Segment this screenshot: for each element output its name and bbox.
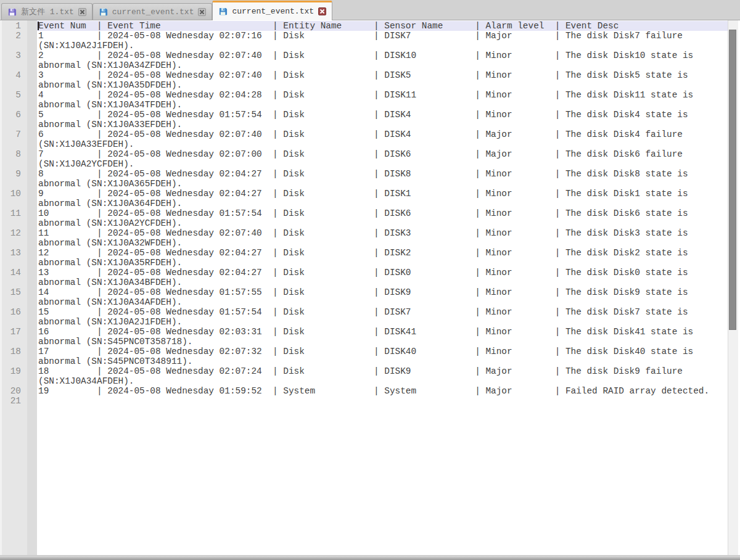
line-number[interactable]: 16	[2, 307, 21, 317]
code-line[interactable]: abnormal (SN:X1J0A32WFDEH).	[38, 238, 728, 248]
code-line[interactable]: 5 | 2024-05-08 Wednesday 01:57:54 | Disk…	[38, 110, 728, 120]
code-line[interactable]: 2 | 2024-05-08 Wednesday 02:07:40 | Disk…	[38, 51, 728, 60]
tab-close-button[interactable]	[78, 8, 86, 16]
line-number[interactable]	[2, 317, 21, 327]
code-line[interactable]: (SN:X1J0A2J1FDEH).	[38, 41, 728, 51]
line-number[interactable]: 1	[2, 21, 21, 31]
line-number[interactable]: 5	[2, 90, 21, 100]
line-number[interactable]	[2, 297, 21, 307]
line-number[interactable]: 4	[2, 70, 21, 80]
code-line[interactable]: abnormal (SN:S45PNC0T348911).	[38, 356, 728, 366]
editor-main: 123456789101112131415161718192021 Event …	[0, 20, 740, 555]
line-number[interactable]	[2, 60, 21, 70]
text-area[interactable]: Event Num | Event Time | Entity Name | S…	[37, 20, 728, 555]
code-line[interactable]: abnormal (SN:X1J0A2YCFDEH).	[38, 218, 728, 228]
line-number[interactable]: 21	[2, 396, 21, 406]
code-line[interactable]: abnormal (SN:X1J0A34TFDEH).	[38, 100, 728, 110]
line-number-gutter: 123456789101112131415161718192021	[0, 20, 27, 555]
code-line[interactable]: abnormal (SN:X1J0A364FDEH).	[38, 199, 728, 208]
tab-close-button[interactable]	[318, 7, 326, 15]
code-line[interactable]: (SN:X1J0A34AFDEH).	[38, 376, 728, 386]
code-line[interactable]: 8 | 2024-05-08 Wednesday 02:04:27 | Disk…	[38, 169, 728, 179]
line-number[interactable]	[2, 278, 21, 287]
tab-label: current_event.txt	[232, 7, 314, 16]
code-line[interactable]: abnormal (SN:S45PNC0T358718).	[38, 337, 728, 347]
line-number[interactable]: 14	[2, 268, 21, 278]
line-number[interactable]	[2, 376, 21, 386]
code-line[interactable]: 17 | 2024-05-08 Wednesday 02:07:32 | Dis…	[38, 347, 728, 356]
code-line[interactable]: 10 | 2024-05-08 Wednesday 01:57:54 | Dis…	[38, 208, 728, 218]
tab-new-file-1[interactable]: 新文件 1.txt	[1, 3, 92, 20]
code-line[interactable]: 11 | 2024-05-08 Wednesday 02:07:40 | Dis…	[38, 228, 728, 238]
line-number[interactable]: 18	[2, 347, 21, 356]
code-line[interactable]: abnormal (SN:X1J0A34BFDEH).	[38, 278, 728, 287]
code-line[interactable]: abnormal (SN:X1J0A33EFDEH).	[38, 120, 728, 130]
line-number[interactable]: 10	[2, 189, 21, 199]
code-line[interactable]: abnormal (SN:X1J0A35RFDEH).	[38, 258, 728, 268]
fold-margin	[27, 20, 37, 555]
code-line[interactable]: abnormal (SN:X1J0A365FDEH).	[38, 179, 728, 189]
line-number[interactable]	[2, 218, 21, 228]
saved-file-floppy-icon	[218, 7, 228, 16]
line-number[interactable]	[2, 337, 21, 347]
line-number[interactable]	[2, 199, 21, 208]
code-line[interactable]: 15 | 2024-05-08 Wednesday 01:57:54 | Dis…	[38, 307, 728, 317]
line-number[interactable]: 19	[2, 366, 21, 376]
code-line[interactable]: 13 | 2024-05-08 Wednesday 02:04:27 | Dis…	[38, 268, 728, 278]
line-number[interactable]: 6	[2, 110, 21, 120]
line-number[interactable]	[2, 356, 21, 366]
vertical-scrollbar[interactable]	[728, 20, 738, 555]
code-line[interactable]: 19 | 2024-05-08 Wednesday 01:59:52 | Sys…	[38, 386, 728, 396]
code-line[interactable]: 6 | 2024-05-08 Wednesday 02:07:40 | Disk…	[38, 130, 728, 139]
line-number[interactable]	[2, 179, 21, 189]
line-number[interactable]	[2, 159, 21, 169]
line-number[interactable]: 17	[2, 327, 21, 337]
code-line[interactable]: abnormal (SN:X1J0A34ZFDEH).	[38, 60, 728, 70]
line-number[interactable]: 8	[2, 149, 21, 159]
tab-current-event-1[interactable]: current_event.txt	[92, 3, 213, 20]
code-line[interactable]: 12 | 2024-05-08 Wednesday 02:04:27 | Dis…	[38, 248, 728, 258]
code-line[interactable]	[38, 396, 728, 406]
code-line[interactable]: 1 | 2024-05-08 Wednesday 02:07:16 | Disk…	[38, 31, 728, 41]
line-number[interactable]: 3	[2, 51, 21, 60]
code-line[interactable]: 3 | 2024-05-08 Wednesday 02:07:40 | Disk…	[38, 70, 728, 80]
line-number[interactable]	[2, 80, 21, 90]
code-line[interactable]: 4 | 2024-05-08 Wednesday 02:04:28 | Disk…	[38, 90, 728, 100]
line-number[interactable]	[2, 120, 21, 130]
line-number[interactable]	[2, 238, 21, 248]
line-number[interactable]: 13	[2, 248, 21, 258]
scrollbar-thumb[interactable]	[729, 30, 736, 330]
line-number[interactable]: 7	[2, 130, 21, 139]
tab-label: 新文件 1.txt	[21, 6, 74, 17]
code-line[interactable]: (SN:X1J0A2YCFDEH).	[38, 159, 728, 169]
line-number[interactable]: 12	[2, 228, 21, 238]
window-bottom-edge	[0, 555, 740, 560]
line-number[interactable]	[2, 100, 21, 110]
code-line[interactable]: abnormal (SN:X1J0A34AFDEH).	[38, 297, 728, 307]
code-line[interactable]: 9 | 2024-05-08 Wednesday 02:04:27 | Disk…	[38, 189, 728, 199]
code-line[interactable]: abnormal (SN:X1J0A2J1FDEH).	[38, 317, 728, 327]
close-icon	[199, 9, 205, 15]
code-lines: Event Num | Event Time | Entity Name | S…	[38, 21, 728, 406]
code-line[interactable]: (SN:X1J0A33EFDEH).	[38, 139, 728, 149]
line-number[interactable]: 11	[2, 208, 21, 218]
tab-label: current_event.txt	[112, 7, 194, 17]
line-number[interactable]	[2, 258, 21, 268]
saved-file-floppy-icon	[99, 7, 108, 17]
close-icon	[319, 9, 325, 14]
line-number[interactable]: 20	[2, 386, 21, 396]
line-number[interactable]: 9	[2, 169, 21, 179]
code-line[interactable]: 16 | 2024-05-08 Wednesday 02:03:31 | Dis…	[38, 327, 728, 337]
line-number[interactable]	[2, 41, 21, 51]
code-line[interactable]: 14 | 2024-05-08 Wednesday 01:57:55 | Dis…	[38, 287, 728, 297]
code-line[interactable]: Event Num | Event Time | Entity Name | S…	[38, 21, 728, 31]
editor-window: 新文件 1.txt current_event.txt current_ev	[0, 0, 740, 560]
code-line[interactable]: abnormal (SN:X1J0A35DFDEH).	[38, 80, 728, 90]
line-number[interactable]	[2, 139, 21, 149]
tab-current-event-2-active[interactable]: current_event.txt	[212, 1, 332, 20]
line-number[interactable]: 2	[2, 31, 21, 41]
line-number[interactable]: 15	[2, 287, 21, 297]
code-line[interactable]: 18 | 2024-05-08 Wednesday 02:07:24 | Dis…	[38, 366, 728, 376]
code-line[interactable]: 7 | 2024-05-08 Wednesday 02:07:00 | Disk…	[38, 149, 728, 159]
tab-close-button[interactable]	[198, 8, 206, 16]
